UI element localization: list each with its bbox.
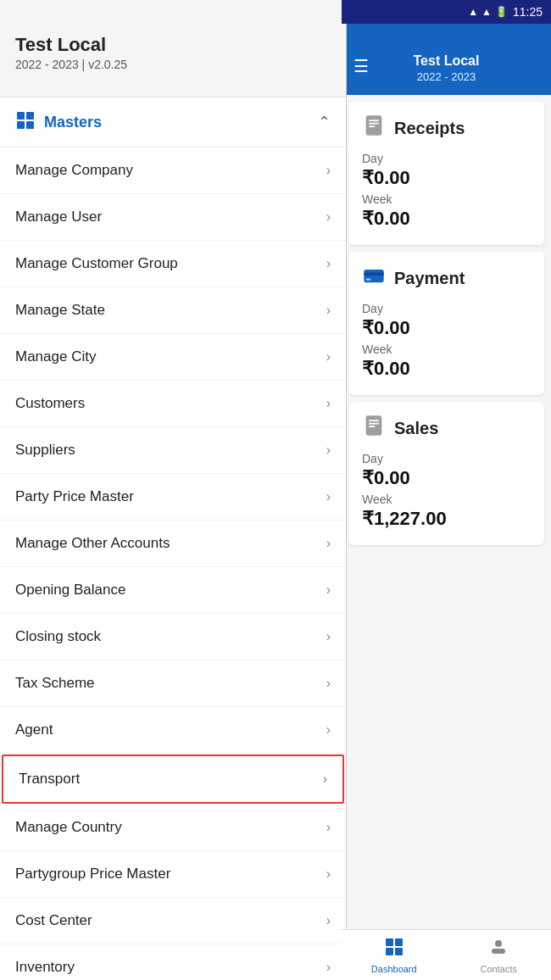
company-year: 2022 - 2023 | v2.0.25 (15, 58, 331, 71)
menu-item-label: Closing stock (15, 628, 101, 645)
menu-item[interactable]: Suppliers› (0, 427, 346, 474)
menu-item-label: Manage Country (15, 819, 122, 836)
svg-rect-15 (386, 938, 393, 946)
card-week-row: Week ₹0.00 (362, 192, 531, 230)
svg-point-19 (495, 940, 502, 947)
card-week-row: Week ₹0.00 (362, 342, 531, 380)
contacts-nav-icon (488, 937, 509, 962)
menu-item[interactable]: Manage Company› (0, 148, 346, 194)
menu-item[interactable]: Partygroup Price Master› (0, 851, 346, 898)
svg-rect-11 (366, 415, 382, 435)
panel-divider (346, 0, 347, 980)
payment-icon (362, 264, 386, 293)
week-amount: ₹0.00 (362, 358, 531, 380)
bottom-nav: Dashboard Contacts (342, 929, 551, 980)
chevron-right-icon: › (326, 820, 331, 835)
hamburger-icon[interactable]: ☰ (353, 56, 369, 76)
menu-item[interactable]: Manage User› (0, 194, 346, 241)
menu-item[interactable]: Tax Scheme› (0, 660, 346, 707)
menu-item[interactable]: Manage State› (0, 287, 346, 334)
card-header: Payment (362, 264, 531, 293)
chevron-right-icon: › (326, 582, 331, 598)
card-day-row: Day ₹0.00 (362, 302, 531, 339)
card-week-row: Week ₹1,227.00 (362, 493, 531, 530)
card-day-row: Day ₹0.00 (362, 152, 531, 189)
chevron-right-icon: › (326, 163, 331, 178)
menu-item-label: Manage City (15, 348, 96, 365)
chevron-right-icon: › (326, 303, 331, 318)
menu-item-label: Manage Other Accounts (15, 535, 170, 552)
card-title: Receipts (394, 119, 465, 138)
day-amount: ₹0.00 (362, 167, 531, 189)
card-sales: Sales Day ₹0.00 Week ₹1,227.00 (348, 402, 544, 545)
card-title: Payment (394, 269, 465, 288)
svg-rect-2 (17, 121, 25, 129)
right-panel: Receipts Day ₹0.00 Week ₹0.00 Payment Da… (342, 95, 551, 929)
menu-item[interactable]: Inventory› (0, 944, 346, 980)
menu-item[interactable]: Agent› (0, 707, 346, 754)
chevron-right-icon: › (326, 629, 331, 644)
signal-icon: ▲ (481, 6, 492, 18)
dashboard-nav-icon (384, 937, 404, 962)
menu-item-label: Party Price Master (15, 488, 134, 505)
chevron-right-icon: › (326, 960, 331, 975)
card-day-row: Day ₹0.00 (362, 452, 531, 489)
chevron-right-icon: › (326, 396, 331, 411)
receipts-icon (362, 114, 386, 143)
status-icons: ▲ ▲ 🔋 (468, 6, 508, 18)
status-bar: ▲ ▲ 🔋 11:25 (342, 0, 551, 24)
menu-item[interactable]: Manage Other Accounts› (0, 521, 346, 567)
drawer: Test Local 2022 - 2023 | v2.0.25 Masters… (0, 0, 346, 980)
svg-rect-20 (492, 949, 505, 954)
masters-section[interactable]: Masters ⌃ (0, 97, 346, 148)
menu-item[interactable]: Cost Center› (0, 898, 346, 944)
menu-item[interactable]: Party Price Master› (0, 474, 346, 521)
menu-item[interactable]: Customers› (0, 381, 346, 427)
menu-item-label: Manage Company (15, 162, 133, 179)
menu-item-label: Opening Balance (15, 582, 125, 599)
week-label: Week (362, 192, 531, 206)
menu-item[interactable]: Closing stock› (0, 614, 346, 660)
menu-item-label: Suppliers (15, 442, 75, 459)
card-header: Receipts (362, 114, 531, 143)
svg-rect-3 (26, 121, 34, 129)
menu-item-label: Tax Scheme (15, 675, 95, 692)
chevron-right-icon: › (326, 349, 331, 365)
svg-rect-4 (366, 115, 382, 135)
menu-item-label: Manage Customer Group (15, 255, 178, 272)
chevron-right-icon: › (326, 866, 331, 882)
menu-item[interactable]: Transport› (2, 754, 344, 804)
nav-item-dashboard[interactable]: Dashboard (342, 930, 447, 980)
menu-item[interactable]: Manage City› (0, 334, 346, 381)
nav-item-contacts[interactable]: Contacts (447, 930, 552, 980)
chevron-right-icon: › (326, 536, 331, 551)
chevron-right-icon: › (326, 443, 331, 458)
menu-item[interactable]: Manage Customer Group› (0, 241, 346, 287)
menu-item-label: Inventory (15, 959, 75, 976)
contacts-nav-label: Contacts (481, 964, 517, 974)
menu-item[interactable]: Opening Balance› (0, 567, 346, 614)
card-receipts: Receipts Day ₹0.00 Week ₹0.00 (348, 102, 544, 245)
svg-rect-16 (395, 938, 403, 946)
menu-item[interactable]: Manage Country› (0, 805, 346, 851)
status-time: 11:25 (513, 5, 543, 19)
svg-rect-9 (364, 273, 383, 276)
company-name: Test Local (15, 34, 331, 56)
battery-icon: 🔋 (495, 6, 508, 18)
svg-rect-17 (386, 948, 393, 955)
svg-rect-1 (26, 112, 34, 120)
chevron-right-icon: › (326, 209, 331, 225)
chevron-right-icon: › (323, 771, 327, 787)
chevron-right-icon: › (326, 489, 331, 504)
drawer-header: Test Local 2022 - 2023 | v2.0.25 (0, 0, 346, 97)
card-title: Sales (394, 419, 438, 438)
day-label: Day (362, 302, 531, 315)
masters-label: Masters (44, 114, 102, 131)
menu-item-label: Partygroup Price Master (15, 866, 170, 883)
app-subtitle: 2022 - 2023 (417, 70, 476, 83)
day-label: Day (362, 452, 531, 465)
chevron-right-icon: › (326, 913, 331, 928)
menu-item-label: Transport (19, 771, 80, 788)
chevron-right-icon: › (326, 676, 331, 691)
menu-item-label: Cost Center (15, 912, 92, 929)
